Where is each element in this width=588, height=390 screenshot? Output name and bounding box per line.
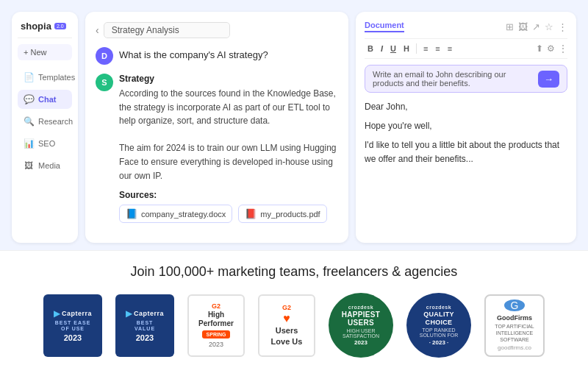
back-button[interactable]: ‹ [96, 24, 99, 36]
g2-spring-label: SPRING [202, 330, 231, 338]
ai-prompt-text: Write an email to John describing our pr… [373, 70, 534, 88]
italic-button[interactable]: I [378, 43, 386, 54]
badges-row: ▶ Capterra BEST EASEOF USE 2023 ▶ Capter… [43, 293, 545, 358]
sidebar-item-templates[interactable]: 📄 Templates [18, 68, 72, 87]
source-badge-pdf[interactable]: 📕 my_products.pdf [238, 205, 326, 223]
source-badge-docx[interactable]: 📘 company_strategy.docx [119, 205, 232, 223]
goodfirms-name: GoodFirms [497, 314, 532, 322]
answer-body: According to the sources found in the Kn… [119, 87, 338, 182]
badge-crozdesk-happiest: crozdesk HAPPIESTUSERS HIGH USER SATISFA… [329, 293, 393, 358]
logo-area: shopia 2.0 [18, 21, 72, 38]
settings-icon[interactable]: ⚙ [547, 43, 555, 54]
word-icon: 📘 [126, 208, 137, 219]
capterra-arrow-icon-2: ▶ [126, 308, 132, 319]
star-icon[interactable]: ☆ [545, 21, 553, 32]
capterra-logo-1: ▶ Capterra [54, 308, 92, 319]
crozdesk-logo-quality: crozdesk [426, 305, 451, 310]
goodfirms-icon: G [504, 299, 525, 311]
badge-g2-highperformer: G2 HighPerformer SPRING 2023 [187, 294, 245, 357]
sidebar-item-research[interactable]: 🔍 Research [18, 112, 72, 131]
new-button[interactable]: + New [18, 44, 72, 60]
capterra-value-label: BESTVALUE [135, 320, 155, 333]
heart-icon: ♥ [283, 312, 290, 325]
sidebar-item-label: SEO [38, 139, 55, 148]
breadcrumb-input[interactable] [104, 22, 230, 38]
document-body: Dear John, Hope you're well, I'd like to… [365, 100, 567, 171]
crozdesk-happiest-title: HAPPIESTUSERS [342, 311, 380, 327]
badge-crozdesk-quality: crozdesk QUALITYCHOICE TOP RANKED SOLUTI… [406, 293, 471, 358]
g2-hp-text: HighPerformer [198, 311, 234, 328]
main-area: ‹ D What is the company's AI strategy? S… [85, 12, 576, 243]
doc-line-3: I'd like to tell you a little bit about … [365, 138, 567, 168]
goodfirms-url: goodfirms.co [498, 344, 531, 351]
sidebar-item-media[interactable]: 🖼 Media [18, 156, 72, 175]
sidebar-item-seo[interactable]: 📊 SEO [18, 134, 72, 153]
doc-top-bar: Document ⊞ 🖼 ↗ ☆ ⋮ [365, 21, 567, 32]
badge-capterra-value: ▶ Capterra BESTVALUE 2023 [115, 294, 174, 357]
capterra-ease-year: 2023 [64, 333, 82, 342]
capterra-ease-label: BEST EASEOF USE [55, 320, 91, 333]
toolbar-separator [416, 43, 417, 54]
capterra-name-2: Capterra [134, 310, 164, 317]
user-question: D What is the company's AI strategy? [96, 47, 338, 65]
ai-send-button[interactable]: → [538, 71, 559, 88]
sidebar-item-label: Chat [38, 95, 56, 104]
chat-panel: ‹ D What is the company's AI strategy? S… [85, 12, 348, 243]
g2-hp-year: 2023 [209, 341, 223, 348]
source-name-docx: company_strategy.docx [141, 210, 226, 219]
toolbar-more-icon[interactable]: ⋮ [559, 43, 567, 54]
doc-line-2: Hope you're well, [365, 119, 567, 134]
crozdesk-quality-title: QUALITYCHOICE [423, 311, 454, 327]
sidebar-item-label: Media [38, 161, 60, 170]
toolbar: B I U H ≡ ≡ ≡ ⬆ ⚙ ⋮ [365, 38, 567, 59]
source-name-pdf: my_products.pdf [260, 210, 320, 219]
crozdesk-logo-happy: crozdesk [348, 305, 373, 310]
badge-capterra-ease: ▶ Capterra BEST EASEOF USE 2023 [43, 294, 102, 357]
capterra-name-1: Capterra [62, 310, 92, 317]
grid-icon[interactable]: ⊞ [506, 21, 514, 32]
pdf-icon: 📕 [245, 208, 257, 219]
underline-button[interactable]: U [387, 43, 399, 54]
crozdesk-quality-year: · 2023 · [429, 339, 449, 346]
sidebar-item-chat[interactable]: 💬 Chat [18, 90, 72, 109]
seo-icon: 📊 [24, 138, 34, 149]
research-icon: 🔍 [24, 116, 34, 127]
align-center-button[interactable]: ≡ [432, 43, 442, 54]
align-left-button[interactable]: ≡ [420, 43, 431, 54]
toolbar-right-icons: ⬆ ⚙ ⋮ [536, 43, 567, 54]
badge-g2-love: G2 ♥ UsersLove Us [258, 294, 315, 357]
heading-button[interactable]: H [401, 43, 412, 54]
badge-goodfirms: G GoodFirms TOP ARTIFICIALINTELLIGENCE S… [484, 294, 545, 357]
g2-logo-hp: G2 [212, 302, 220, 310]
align-right-button[interactable]: ≡ [445, 43, 455, 54]
more-icon[interactable]: ⋮ [558, 21, 567, 32]
doc-line-1: Dear John, [365, 100, 567, 115]
g2-love-text: UsersLove Us [271, 325, 303, 347]
document-tab[interactable]: Document [365, 21, 404, 32]
capterra-logo-2: ▶ Capterra [126, 308, 164, 319]
sidebar-item-label: Templates [38, 73, 75, 82]
bold-button[interactable]: B [365, 43, 376, 54]
image-icon[interactable]: 🖼 [518, 21, 528, 32]
share-icon[interactable]: ↗ [532, 21, 540, 32]
crozdesk-happiest-year: 2023 [354, 339, 368, 346]
sidebar: shopia 2.0 + New 📄 Templates 💬 Chat 🔍 Re… [12, 12, 78, 243]
chat-icon: 💬 [24, 94, 34, 104]
logo-badge: 2.0 [54, 23, 66, 29]
answer-title: Strategy [119, 74, 338, 84]
answer-block: S Strategy According to the sources foun… [96, 74, 338, 223]
sidebar-item-label: Research [38, 117, 73, 126]
breadcrumb-bar: ‹ [96, 22, 338, 38]
goodfirms-sub: TOP ARTIFICIALINTELLIGENCE SOFTWARE [492, 323, 537, 343]
upload-icon[interactable]: ⬆ [536, 43, 543, 54]
document-panel: Document ⊞ 🖼 ↗ ☆ ⋮ B I U H ≡ ≡ ≡ [356, 12, 576, 243]
doc-top-icons: ⊞ 🖼 ↗ ☆ ⋮ [506, 21, 567, 32]
sources-label: Sources: [119, 190, 338, 200]
ai-prompt-bar[interactable]: Write an email to John describing our pr… [365, 65, 567, 93]
source-badges: 📘 company_strategy.docx 📕 my_products.pd… [119, 205, 338, 223]
crozdesk-quality-sub: TOP RANKED SOLUTION FOR [412, 327, 465, 338]
templates-icon: 📄 [24, 72, 34, 82]
user-avatar: D [96, 47, 113, 65]
capterra-arrow-icon: ▶ [54, 308, 60, 319]
capterra-value-year: 2023 [136, 333, 154, 342]
